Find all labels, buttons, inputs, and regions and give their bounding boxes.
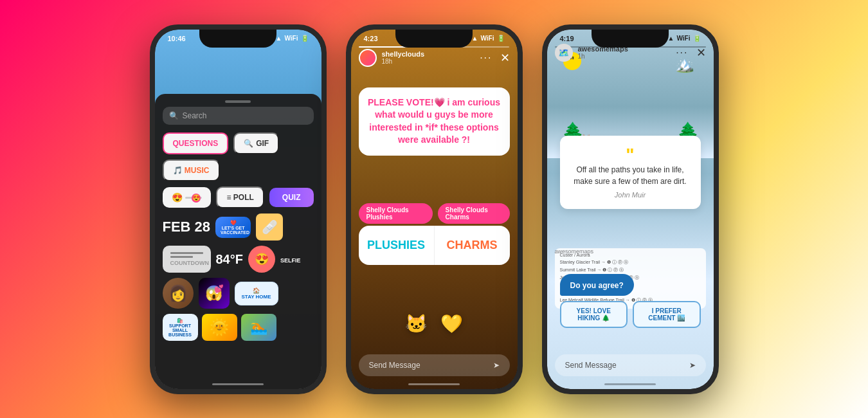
vote-question-text: PLEASE VOTE!💗 i am curious what would u … [368,96,501,147]
vote-options: PLUSHIES CHARMS [359,226,510,265]
phone3-screen: 🌲 🦌 🌲 🏔️ " 4:19 ▲ WiFi 🔋 [547,30,714,389]
quote-box: " Off all the paths you take in life, ma… [560,136,701,209]
power-button-3 [714,107,716,145]
music-sticker-btn[interactable]: 🎵 MUSIC [163,159,220,181]
home-indicator-3 [604,383,656,385]
vote-question-box: PLEASE VOTE!💗 i am curious what would u … [359,87,510,156]
story-time-2: 18h [382,58,425,65]
vote-option-plushies[interactable]: PLUSHIES [359,226,435,265]
vote-option-charms[interactable]: CHARMS [435,226,510,265]
date-sticker: FEB 28 [163,219,211,235]
selfie-sticker[interactable]: 😍 [248,246,275,273]
sticker-row-5: 👩 😱 💕 🏠 STAY HOME [163,278,314,309]
status-icons-3: ▲ WiFi 🔋 [668,35,701,42]
vote-labels: Shelly Clouds Plushies Shelly Clouds Cha… [359,203,510,224]
story-user-2: shellyclouds 18h [359,49,425,67]
avatar-2 [359,49,377,67]
power-button-2 [518,107,520,145]
send-message-label-2: Send Message [369,361,420,370]
countdown-sticker[interactable]: COUNTDOWN [163,246,211,273]
phone-2: 4:23 ▲ WiFi 🔋 shellyclouds 18h [346,24,523,394]
story-menu-dots[interactable]: ··· [480,52,492,64]
home-indicator-1 [212,383,264,385]
slider-thumb: 😍 [192,194,201,203]
sticker-row-3: FEB 28 ❤️ LET'S GET VACCINATED 🩹 [163,214,314,241]
sticker-row-1: QUESTIONS 🔍 GIF 🎵 MUSIC [163,132,314,181]
username-2: shellyclouds [382,50,425,58]
support-label: SUPPORT SMALL BUSINESS [168,323,193,337]
heart-charm: 💛 [440,313,463,334]
scroll-indicator [225,100,251,103]
search-icon-gif: 🔍 [244,139,253,148]
charm-stickers: 🐱 💛 [405,313,463,334]
slider-track: 😍 [185,197,203,199]
phone1-screen: 10:46 ▲ WiFi 🔋 🔍 Search QUESTIONS 🔍 [155,30,321,389]
story-close-btn-3[interactable]: ✕ [696,46,706,60]
trail-1: Stanley Glacier Trail → ❶ ⓘ ⓟ ⓢ [560,259,701,266]
vote-label-2[interactable]: Shelly Clouds Charms [438,203,510,224]
send-message-label-3: Send Message [565,361,617,370]
time-3: 4:19 [560,35,574,42]
poll-section: Do you agree? YES! LOVE HIKING 🌲 I PREFE… [560,274,701,328]
poll-sticker-btn[interactable]: ≡ POLL [216,186,264,208]
story-menu-dots-3[interactable]: ··· [676,47,688,59]
vaccinated-label: LET'S GET VACCINATED [221,226,246,235]
search-label: Search [183,111,207,120]
poll-option-cement[interactable]: I PREFER CEMENT 🏙️ [633,301,701,328]
sticker-row-4: COUNTDOWN 84°F 😍 SELFIE [163,246,314,273]
sunshine-sticker[interactable]: 🌞 [202,314,237,341]
sticker-row-6: 🛍️ SUPPORT SMALL BUSINESS 🌞 🏊 [163,314,314,341]
status-bar-2: 4:23 ▲ WiFi 🔋 [351,30,518,45]
stay-home-sticker[interactable]: 🏠 STAY HOME [235,282,278,305]
poll-option-hiking[interactable]: YES! LOVE HIKING 🌲 [560,301,628,328]
progress-2 [410,46,458,48]
temperature-sticker: 84°F [216,252,243,267]
story-time-3: 1h [578,53,628,60]
phone-1: 10:46 ▲ WiFi 🔋 🔍 Search QUESTIONS 🔍 [150,24,327,394]
send-icon-3: ➤ [689,361,696,370]
sticker-search-bar[interactable]: 🔍 Search [163,107,314,125]
sticker-panel: 🔍 Search QUESTIONS 🔍 GIF 🎵 MUSIC [155,94,321,388]
stay-home-label: STAY HOME [242,294,271,300]
power-button [321,107,324,145]
animated-sticker[interactable]: 😱 💕 [199,278,230,309]
vote-label-1[interactable]: Shelly Clouds Plushies [359,203,433,224]
sticker-row-2: 😍 😍 ≡ POLL QUIZ [163,186,314,208]
send-icon-2: ➤ [493,361,500,370]
story-user-3: 🗺️ awesomemaps 1h [555,44,628,62]
status-icons-2: ▲ WiFi 🔋 [472,35,505,42]
selfie-label: SELFIE [280,257,301,264]
quote-text: Off all the paths you take in life, make… [570,164,691,187]
status-bar-1: 10:46 ▲ WiFi 🔋 [155,30,321,45]
home-indicator-2 [408,383,460,385]
time-2: 4:23 [364,35,378,42]
search-icon: 🔍 [169,111,179,120]
username-3: awesomemaps [578,45,628,53]
bandaid-sticker[interactable]: 🩹 [256,214,283,241]
vaccinated-sticker[interactable]: ❤️ LET'S GET VACCINATED [215,217,251,238]
agree-question: Do you agree? [570,281,624,290]
status-bar-3: 4:19 ▲ WiFi 🔋 [547,30,714,45]
cat-charm: 🐱 [405,313,428,334]
story-close-btn[interactable]: ✕ [500,51,510,65]
gif-sticker-btn[interactable]: 🔍 GIF [233,132,279,154]
send-message-bar-2[interactable]: Send Message ➤ [359,354,510,376]
phone-3: 🌲 🦌 🌲 🏔️ " 4:19 ▲ WiFi 🔋 [542,24,719,394]
adventure-sticker[interactable]: 🏊 [241,314,276,341]
time-1: 10:46 [168,35,186,42]
avatar-3: 🗺️ [555,44,573,62]
username-overlay: awesomemaps [555,248,594,255]
user-photo-sticker[interactable]: 👩 [163,278,194,309]
poll-options: YES! LOVE HIKING 🌲 I PREFER CEMENT 🏙️ [560,301,701,328]
questions-sticker-btn[interactable]: QUESTIONS [163,132,229,154]
slider-sticker-btn[interactable]: 😍 😍 [163,187,212,208]
open-quote: " [570,146,691,164]
phone2-screen: 4:23 ▲ WiFi 🔋 shellyclouds 18h [351,30,518,389]
send-message-bar-3[interactable]: Send Message ➤ [555,354,706,376]
quiz-sticker-btn[interactable]: QUIZ [269,188,314,207]
support-small-business-sticker[interactable]: 🛍️ SUPPORT SMALL BUSINESS [163,314,198,341]
countdown-label: COUNTDOWN [170,260,203,266]
trail-2: Summit Lake Trail → ❶ ⓘ ⓟ ⓢ [560,267,701,273]
status-icons-1: ▲ WiFi 🔋 [276,35,309,42]
quote-author: John Muir [570,191,691,199]
